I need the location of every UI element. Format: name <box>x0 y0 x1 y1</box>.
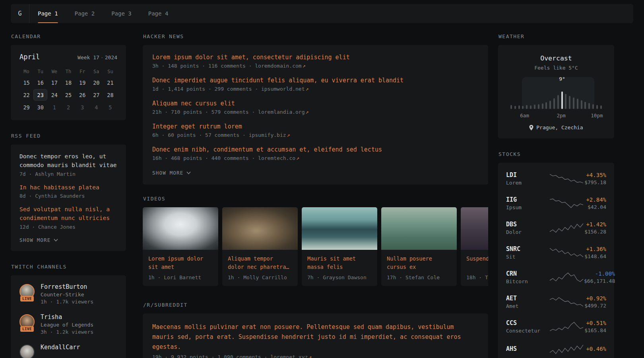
calendar-widget: CALENDAR April Week 17·2024 Mo Tu We Th … <box>11 33 126 120</box>
channel-name[interactable]: KendallCarr <box>41 344 80 351</box>
twitch-channel[interactable]: LIVE ForrestBurton Counter-Strike 1h · 1… <box>19 283 117 305</box>
stock-row[interactable]: LDI Lorem +4.35% $795.18 <box>506 166 606 191</box>
tab-page-2[interactable]: Page 2 <box>66 4 103 23</box>
stock-name: Sit <box>506 254 549 260</box>
video-title[interactable]: Nullam posuere cursus ex <box>387 255 451 272</box>
external-link-icon: ↗ <box>306 86 309 92</box>
stock-row[interactable]: CCS Consectetur +0.51% $165.84 <box>506 314 606 339</box>
video-card[interactable]: Nullam posuere cursus ex 17h · Stefan Co… <box>381 207 457 286</box>
subreddit-post-domain[interactable]: loremnet.xyz <box>270 354 308 358</box>
tab-page-1[interactable]: Page 1 <box>29 4 66 23</box>
calendar-week-year: Week 17·2024 <box>78 54 117 60</box>
video-thumbnail[interactable] <box>302 207 377 250</box>
weather-time-label: 10pm <box>591 113 603 119</box>
hn-item-domain[interactable]: loremtech.co <box>258 155 295 161</box>
hn-item: Donec imperdiet augue tincidunt felis al… <box>152 77 479 92</box>
calendar-day-next-month: 3 <box>76 101 89 113</box>
weekday-row: Mo Tu We Th Fr Sa Su <box>19 69 117 74</box>
rss-item-meta: 7d · Ashlyn Martin <box>19 171 117 177</box>
video-meta: 18h · Tara <box>466 274 488 280</box>
twitch-card: LIVE ForrestBurton Counter-Strike 1h · 1… <box>11 275 126 358</box>
weather-bars <box>508 91 604 109</box>
dot-separator: · <box>99 54 105 60</box>
rss-item-title[interactable]: Sed volutpat nulla nisl, a condimentum n… <box>19 205 117 223</box>
stock-name: Ipsum <box>506 204 549 210</box>
twitch-channel[interactable]: KendallCarr <box>19 344 117 358</box>
video-card[interactable]: Aliquam tempor dolor nec pharetra… 1h · … <box>222 207 298 286</box>
weekday-label: Su <box>103 69 117 74</box>
stock-price: $66,171.48 <box>584 278 615 284</box>
video-card[interactable]: Lorem ipsum dolor sit amet consectetu… 1… <box>143 207 218 286</box>
hn-item-title[interactable]: Donec enim nibh, condimentum et accumsan… <box>152 146 479 153</box>
weather-bar <box>569 96 570 109</box>
stock-sparkline <box>549 223 584 233</box>
hn-item-domain[interactable]: loremlandia.org <box>258 109 305 115</box>
live-badge: LIVE <box>20 296 34 302</box>
video-title[interactable]: Lorem ipsum dolor sit amet consectetu… <box>148 255 213 272</box>
video-card[interactable]: Suspendisse diam 18h · Tara <box>461 207 488 286</box>
stock-row[interactable]: DBS Dolor +1.42% $156.28 <box>506 216 606 240</box>
calendar-day: 26 <box>76 89 89 101</box>
hn-item-domain[interactable]: loremdomain.com <box>255 63 301 69</box>
channel-name[interactable]: ForrestBurton <box>41 283 93 290</box>
stock-sparkline <box>549 344 584 354</box>
video-meta: 1h · Lori Barnett <box>148 274 213 280</box>
stock-row[interactable]: AHS +0.46% <box>506 339 606 358</box>
rss-section-title: RSS FEED <box>11 133 126 139</box>
rss-item-title[interactable]: In hac habitasse platea <box>19 183 117 192</box>
video-title[interactable]: Mauris sit amet massa felis <box>307 255 372 272</box>
weather-bar <box>510 105 512 109</box>
subreddit-widget: /R/SUBREDDIT Maecenas mollis pulvinar er… <box>143 302 488 358</box>
channel-meta: 3h · 1.2k viewers <box>41 329 93 335</box>
rss-item-meta: 12d · Chance Jones <box>19 224 117 230</box>
calendar-day: 25 <box>61 89 75 101</box>
tab-page-3[interactable]: Page 3 <box>103 4 140 23</box>
calendar-day-next-month: 4 <box>89 101 103 113</box>
twitch-widget: TWITCH CHANNELS LIVE ForrestBurton Count… <box>11 264 126 358</box>
calendar-day-next-month: 5 <box>103 101 117 113</box>
channel-name[interactable]: Trisha <box>41 313 93 321</box>
weather-bar <box>565 94 566 109</box>
twitch-channel[interactable]: LIVE Trisha League of Legends 3h · 1.2k … <box>19 313 117 335</box>
video-thumbnail[interactable] <box>461 207 488 250</box>
calendar-day-next-month: 1 <box>47 101 61 113</box>
hn-item-meta: 1d · 1,414 points · 299 comments · ipsum… <box>152 86 479 92</box>
main-column: HACKER NEWS Lorem ipsum dolor sit amet, … <box>143 33 488 358</box>
tab-page-4[interactable]: Page 4 <box>140 4 177 23</box>
rss-item-title[interactable]: Donec tempor eros leo, ut commodo mauris… <box>19 152 117 170</box>
stock-price: $156.28 <box>584 229 606 235</box>
hn-item-title[interactable]: Aliquam nec cursus elit <box>152 100 479 107</box>
top-nav: G Page 1 Page 2 Page 3 Page 4 <box>11 4 633 23</box>
stock-change: +0.92% <box>584 295 606 302</box>
weather-bar <box>534 105 535 109</box>
stock-row[interactable]: SNRC Sit +1.36% $148.64 <box>506 240 606 265</box>
hn-item-title[interactable]: Integer eget rutrum lorem <box>152 123 479 130</box>
calendar-days-grid: 15 16 17 18 19 20 21 22 23 24 25 26 27 2… <box>19 77 117 113</box>
rss-item: Donec tempor eros leo, ut commodo mauris… <box>19 152 117 177</box>
hn-item-title[interactable]: Lorem ipsum dolor sit amet, consectetur … <box>152 54 479 61</box>
hn-item-domain[interactable]: ipsumify.biz <box>249 132 286 138</box>
weather-bar <box>530 105 531 109</box>
video-thumbnail[interactable] <box>381 207 457 250</box>
video-thumbnail[interactable] <box>143 207 218 250</box>
video-card[interactable]: Mauris sit amet massa felis 7h · Grayson… <box>302 207 377 286</box>
weather-peak-label: 9° <box>559 76 565 82</box>
calendar-day: 29 <box>19 101 33 113</box>
video-title[interactable]: Aliquam tempor dolor nec pharetra… <box>228 255 292 272</box>
app-logo[interactable]: G <box>11 4 29 23</box>
video-thumbnail[interactable] <box>222 207 298 250</box>
dashboard-page: G Page 1 Page 2 Page 3 Page 4 CALENDAR A… <box>11 0 633 358</box>
hn-show-more-button[interactable]: SHOW MORE <box>152 170 191 176</box>
stock-row[interactable]: AET Amet +0.92% $499.72 <box>506 290 606 314</box>
left-column: CALENDAR April Week 17·2024 Mo Tu We Th … <box>11 33 126 358</box>
hn-item-domain[interactable]: ipsumworld.net <box>261 86 305 92</box>
subreddit-post-title[interactable]: Maecenas mollis pulvinar erat non posuer… <box>152 322 479 352</box>
video-title[interactable]: Suspendisse diam <box>466 255 488 272</box>
hn-item-title[interactable]: Donec imperdiet augue tincidunt felis al… <box>152 77 479 84</box>
stock-sparkline <box>549 297 584 307</box>
stock-change: +1.42% <box>584 221 606 228</box>
live-badge: LIVE <box>20 326 34 332</box>
rss-show-more-button[interactable]: SHOW MORE <box>19 237 58 243</box>
stock-row[interactable]: CRN Bitcorn -1.00% $66,171.48 <box>506 265 606 290</box>
stock-row[interactable]: IIG Ipsum +2.84% $42.04 <box>506 191 606 216</box>
